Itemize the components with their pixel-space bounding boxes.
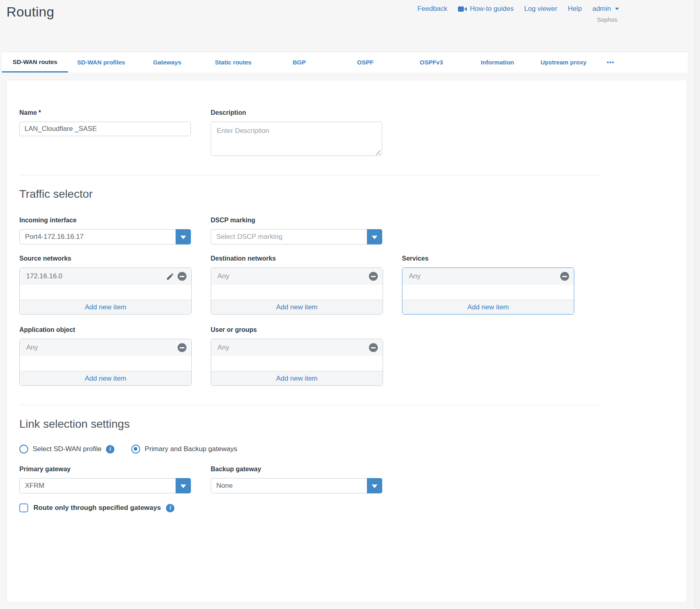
tab-bgp[interactable]: BGP	[266, 52, 332, 72]
list-empty-area	[402, 285, 574, 300]
list-empty-area	[20, 285, 191, 300]
list-item-text: Any	[26, 344, 38, 352]
tab-sd-wan-profiles[interactable]: SD-WAN profiles	[68, 52, 134, 72]
route-only-label: Route only through specified gateways	[33, 504, 161, 512]
list-item: Any	[211, 268, 383, 285]
backup-gateway-select[interactable]: None	[211, 478, 382, 493]
source-networks-label: Source networks	[19, 255, 191, 262]
remove-icon[interactable]	[369, 272, 378, 281]
gateways-row: Primary gateway XFRM Backup gateway None	[19, 466, 674, 493]
remove-icon[interactable]	[560, 272, 569, 281]
dropdown-button[interactable]	[176, 229, 191, 244]
user-or-groups-group: User or groups Any Add new item	[211, 326, 382, 386]
required-asterisk: *	[39, 109, 41, 116]
how-to-guides-link[interactable]: How-to guides	[458, 5, 514, 13]
dscp-marking-select[interactable]: Select DSCP marking	[211, 229, 382, 244]
destination-networks-box: Any Add new item	[211, 267, 383, 315]
page-scrollbar[interactable]	[694, 0, 700, 609]
route-only-checkbox[interactable]	[19, 503, 28, 512]
application-object-box: Any Add new item	[19, 339, 192, 386]
radio-button-icon[interactable]	[19, 445, 28, 454]
page-header: Routing Feedback How-to guides Log viewe…	[0, 0, 700, 52]
dropdown-caret-icon	[372, 236, 377, 239]
dscp-marking-label: DSCP marking	[211, 217, 382, 224]
tab-gateways[interactable]: Gateways	[134, 52, 200, 72]
sd-wan-route-form: Name* Description Traffic selector Incom…	[6, 80, 687, 602]
services-box: Any Add new item	[402, 267, 574, 315]
destination-networks-label: Destination networks	[211, 255, 382, 262]
tab-upstream-proxy[interactable]: Upstream proxy	[530, 52, 596, 72]
radio-label: Primary and Backup gateways	[145, 445, 237, 453]
primary-gateway-label: Primary gateway	[19, 466, 191, 473]
application-object-group: Application object Any Add new item	[19, 326, 191, 386]
log-viewer-link[interactable]: Log viewer	[524, 5, 557, 13]
admin-menu[interactable]: admin	[592, 5, 619, 13]
backup-gateway-value: None	[211, 482, 253, 490]
tab-ospfv3[interactable]: OSPFv3	[398, 52, 464, 72]
dropdown-caret-icon	[180, 485, 186, 488]
routing-tabbar: SD-WAN routes SD-WAN profiles Gateways S…	[2, 52, 688, 72]
divider	[19, 175, 601, 175]
feedback-label: Feedback	[417, 5, 447, 13]
primary-gateway-select[interactable]: XFRM	[19, 478, 191, 493]
add-new-item-button[interactable]: Add new item	[20, 371, 191, 385]
tab-sd-wan-routes[interactable]: SD-WAN routes	[2, 52, 68, 72]
incoming-interface-value: Port4-172.16.16.17	[20, 233, 104, 241]
name-description-row: Name* Description	[19, 109, 674, 157]
primary-gateway-group: Primary gateway XFRM	[19, 466, 191, 493]
name-input[interactable]	[19, 122, 191, 136]
help-link[interactable]: Help	[568, 5, 582, 13]
remove-icon[interactable]	[178, 272, 186, 281]
how-to-guides-label: How-to guides	[470, 5, 514, 13]
backup-gateway-group: Backup gateway None	[211, 466, 382, 493]
incoming-interface-select[interactable]: Port4-172.16.16.17	[19, 229, 191, 244]
add-new-item-button[interactable]: Add new item	[211, 371, 383, 385]
link-selection-radio-row: Select SD-WAN profile i Primary and Back…	[19, 445, 674, 454]
source-networks-box: 172.16.16.0 Add new item	[19, 267, 192, 315]
dropdown-button[interactable]	[176, 478, 191, 493]
dropdown-button[interactable]	[367, 229, 382, 244]
description-textarea[interactable]	[211, 122, 382, 156]
link-selection-heading: Link selection settings	[19, 418, 674, 431]
user-or-groups-box: Any Add new item	[211, 339, 383, 386]
tab-ospf[interactable]: OSPF	[332, 52, 398, 72]
dropdown-caret-icon	[372, 485, 377, 488]
tab-static-routes[interactable]: Static routes	[200, 52, 266, 72]
feedback-link[interactable]: Feedback	[417, 5, 447, 13]
remove-icon[interactable]	[369, 343, 378, 352]
list-empty-area	[20, 356, 191, 371]
list-item-text: Any	[409, 272, 420, 280]
video-camera-icon	[458, 6, 467, 12]
add-new-item-button[interactable]: Add new item	[211, 300, 383, 314]
name-field-group: Name*	[19, 109, 191, 157]
radio-button-icon[interactable]	[131, 445, 140, 454]
destination-networks-group: Destination networks Any Add new item	[211, 255, 382, 315]
edit-icon[interactable]	[166, 272, 174, 281]
route-only-row: Route only through specified gateways i	[19, 503, 674, 512]
brand-label: Sophos	[597, 16, 617, 23]
dscp-marking-group: DSCP marking Select DSCP marking	[211, 217, 382, 244]
list-item-text: 172.16.16.0	[26, 272, 62, 280]
radio-primary-backup-gateways[interactable]: Primary and Backup gateways	[131, 445, 237, 454]
info-icon[interactable]: i	[166, 504, 174, 512]
admin-label: admin	[592, 5, 611, 13]
list-empty-area	[211, 356, 383, 371]
info-icon[interactable]: i	[106, 445, 114, 454]
list-item: 172.16.16.0	[20, 268, 191, 285]
add-new-item-button[interactable]: Add new item	[402, 300, 574, 314]
help-label: Help	[568, 5, 582, 13]
user-or-groups-label: User or groups	[211, 326, 382, 334]
remove-icon[interactable]	[178, 343, 186, 352]
list-item-text: Any	[217, 272, 229, 280]
radio-select-sd-wan-profile[interactable]: Select SD-WAN profile i	[19, 445, 114, 454]
traffic-selector-heading: Traffic selector	[19, 188, 674, 201]
application-users-row: Application object Any Add new item User…	[19, 326, 674, 386]
name-label-text: Name	[19, 109, 37, 116]
interface-dscp-row: Incoming interface Port4-172.16.16.17 DS…	[19, 217, 674, 244]
add-new-item-button[interactable]: Add new item	[20, 300, 191, 314]
incoming-interface-group: Incoming interface Port4-172.16.16.17	[19, 217, 191, 244]
tab-information[interactable]: Information	[464, 52, 530, 72]
divider	[19, 405, 601, 405]
dropdown-button[interactable]	[367, 478, 382, 493]
tabs-more-button[interactable]: •••	[596, 52, 625, 72]
